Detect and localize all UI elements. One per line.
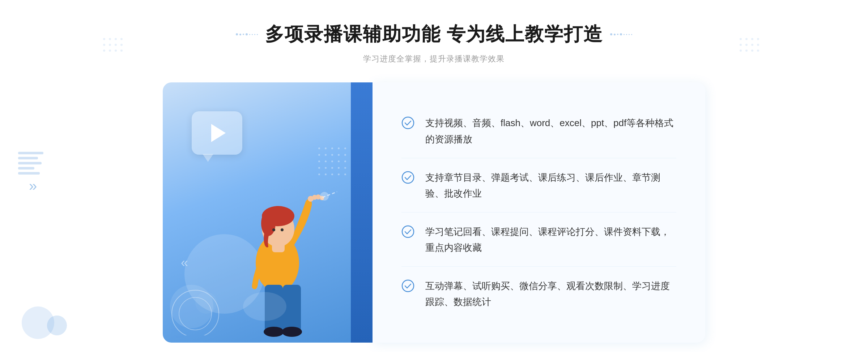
dot-grid-right bbox=[738, 36, 767, 65]
svg-point-20 bbox=[740, 50, 742, 52]
header-title-row: 多项录播课辅助功能 专为线上教学打造 bbox=[236, 22, 632, 47]
feature-item-1: 支持视频、音频、flash、word、excel、ppt、pdf等各种格式的资源… bbox=[401, 104, 676, 158]
svg-point-21 bbox=[745, 50, 748, 52]
feature-text-1: 支持视频、音频、flash、word、excel、ppt、pdf等各种格式的资源… bbox=[425, 115, 676, 147]
svg-point-13 bbox=[745, 38, 748, 40]
svg-point-23 bbox=[757, 50, 759, 52]
svg-point-12 bbox=[740, 38, 742, 40]
svg-point-41 bbox=[243, 292, 286, 321]
feature-text-2: 支持章节目录、弹题考试、课后练习、课后作业、章节测验、批改作业 bbox=[425, 169, 676, 201]
svg-point-40 bbox=[320, 192, 329, 201]
svg-point-27 bbox=[264, 327, 284, 337]
left-arrow-decoration: » bbox=[29, 178, 37, 194]
feature-item-3: 学习笔记回看、课程提问、课程评论打分、课件资料下载，重点内容收藏 bbox=[401, 213, 676, 267]
svg-point-9 bbox=[109, 50, 111, 52]
illustration-card: « bbox=[163, 82, 373, 343]
svg-point-16 bbox=[740, 44, 742, 46]
svg-point-45 bbox=[402, 117, 414, 129]
svg-point-33 bbox=[272, 228, 275, 231]
feature-text-4: 互动弹幕、试听购买、微信分享、观看次数限制、学习进度跟踪、数据统计 bbox=[425, 278, 676, 310]
svg-point-28 bbox=[282, 327, 302, 337]
check-icon-4 bbox=[401, 279, 414, 292]
page-wrapper: » 多项录播课辅助功能 专为线上教学打造 学习进度全掌握，提升录播课教学效果 bbox=[0, 0, 868, 352]
header-section: 多项录播课辅助功能 专为线上教学打造 学习进度全掌握，提升录播课教学效果 bbox=[236, 22, 632, 64]
svg-point-19 bbox=[757, 44, 759, 46]
svg-point-15 bbox=[757, 38, 759, 40]
play-icon bbox=[211, 124, 226, 142]
features-panel: 支持视频、音频、flash、word、excel、ppt、pdf等各种格式的资源… bbox=[373, 82, 705, 343]
blue-bar bbox=[351, 82, 373, 343]
content-section: « bbox=[163, 82, 705, 343]
chevron-left-decoration: « bbox=[181, 255, 188, 270]
check-icon-2 bbox=[401, 171, 414, 184]
header-deco-right bbox=[610, 33, 632, 35]
feature-text-3: 学习笔记回看、课程提问、课程评论打分、课件资料下载，重点内容收藏 bbox=[425, 224, 676, 256]
svg-point-47 bbox=[402, 226, 414, 237]
bottom-deco-circles bbox=[170, 285, 228, 335]
svg-point-8 bbox=[103, 50, 105, 52]
svg-point-14 bbox=[751, 38, 753, 40]
svg-point-46 bbox=[402, 172, 414, 183]
subtitle: 学习进度全掌握，提升录播课教学效果 bbox=[236, 53, 632, 64]
person-illustration bbox=[221, 140, 337, 343]
svg-point-5 bbox=[109, 44, 111, 46]
svg-point-7 bbox=[120, 44, 123, 46]
svg-point-18 bbox=[751, 44, 753, 46]
svg-point-6 bbox=[115, 44, 117, 46]
svg-point-34 bbox=[281, 228, 284, 231]
dot-grid-left bbox=[101, 36, 130, 65]
feature-item-4: 互动弹幕、试听购买、微信分享、观看次数限制、学习进度跟踪、数据统计 bbox=[401, 267, 676, 321]
svg-point-4 bbox=[103, 44, 105, 46]
svg-point-44 bbox=[195, 292, 217, 314]
feature-item-2: 支持章节目录、弹题考试、课后练习、课后作业、章节测验、批改作业 bbox=[401, 159, 676, 213]
svg-point-3 bbox=[120, 38, 123, 40]
lines-decoration bbox=[18, 152, 43, 175]
main-title: 多项录播课辅助功能 专为线上教学打造 bbox=[265, 22, 603, 47]
svg-point-0 bbox=[103, 38, 105, 40]
svg-point-10 bbox=[115, 50, 117, 52]
svg-point-2 bbox=[115, 38, 117, 40]
svg-point-17 bbox=[745, 44, 748, 46]
check-icon-1 bbox=[401, 116, 414, 129]
header-deco-left bbox=[236, 33, 258, 35]
svg-point-11 bbox=[120, 50, 123, 52]
svg-point-1 bbox=[109, 38, 111, 40]
svg-point-22 bbox=[751, 50, 753, 52]
check-icon-3 bbox=[401, 225, 414, 238]
svg-point-48 bbox=[402, 280, 414, 292]
